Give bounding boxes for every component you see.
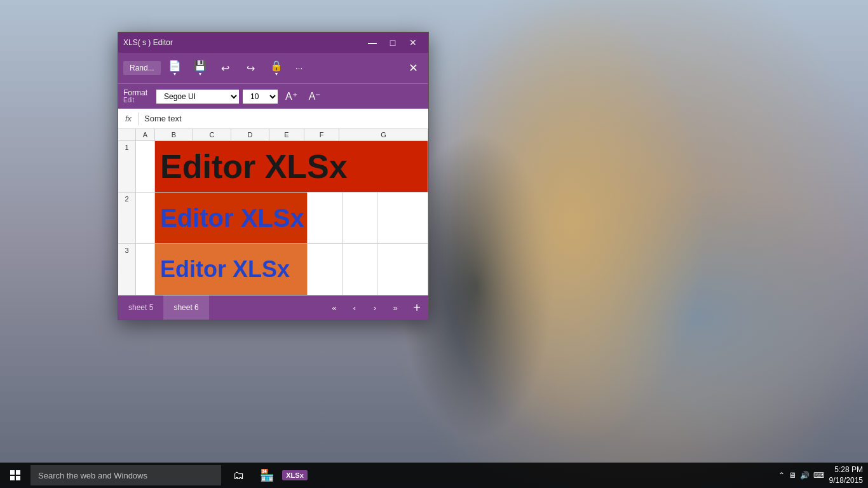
cell-1-b-to-g[interactable]: Editor XLSx [155,141,428,192]
cell-3-e[interactable] [308,244,342,295]
row-num-3: 3 [118,244,136,295]
keyboard-icon: ⌨ [813,471,824,480]
format-label: Format [123,89,147,97]
cell-3-a[interactable] [136,244,155,295]
row-num-1: 1 [118,141,136,192]
font-size-select[interactable]: 10 [243,90,278,104]
col-header-c[interactable]: C [193,129,231,140]
table-row: 1 Editor XLSx [118,141,428,193]
save-icon: 💾 [194,60,207,72]
cell-3-b-to-d[interactable]: Editor XLSx [155,244,308,295]
cell-2-g[interactable] [377,193,428,243]
row-num-2: 2 [118,193,136,243]
system-tray: ⌃ 🖥 🔊 ⌨ [778,471,824,480]
store-icon[interactable]: 🏪 [254,463,280,488]
font-grow-button[interactable]: A⁺ [281,89,301,104]
windows-icon [10,470,20,480]
save-button[interactable]: 💾 ▾ [189,57,212,79]
format-bar: Format Edit Segoe UI 10 A⁺ A⁻ [118,83,428,109]
formula-bar: fx [118,109,428,129]
network-icon: 🖥 [789,471,796,480]
sheet-navigation: « ‹ › » + [324,295,428,320]
column-headers: A B C D E F G [118,129,428,141]
file-explorer-icon[interactable]: 🗂 [226,463,252,488]
sheet-nav-first[interactable]: « [324,295,344,320]
maximize-button[interactable]: □ [383,32,403,53]
rand-button[interactable]: Rand... [123,61,161,75]
start-button[interactable] [0,463,31,488]
title-bar: XLS( s ) Editor — □ ✕ [118,32,428,53]
redo-icon: ↪ [247,62,255,74]
row-num-header [118,129,136,140]
cell-2-f[interactable] [342,193,377,243]
new-file-chevron: ▾ [173,72,176,77]
sheet-tab-bar: sheet 5 sheet 6 « ‹ › » + [118,295,428,320]
col-header-d[interactable]: D [231,129,269,140]
formula-separator [139,112,139,125]
cell-1-a[interactable] [136,141,155,192]
col-header-e[interactable]: E [269,129,304,140]
protect-icon: 🔒 [270,60,283,72]
xls-editor-window: XLS( s ) Editor — □ ✕ Rand... 📄 ▾ 💾 ▾ ↩ … [118,32,429,320]
taskbar: 🗂 🏪 XLSx ⌃ 🖥 🔊 ⌨ 5:28 PM 9/18/2015 [0,463,868,488]
table-row: 3 Editor XLSx [118,244,428,295]
toolbar: Rand... 📄 ▾ 💾 ▾ ↩ ↪ 🔒 ▾ ··· ✕ [118,53,428,83]
redo-button[interactable]: ↪ [240,57,262,79]
undo-icon: ↩ [221,62,229,74]
col-header-f[interactable]: F [304,129,339,140]
volume-icon: 🔊 [800,471,810,480]
format-section-label: Format Edit [123,89,147,104]
sheet-add-button[interactable]: + [405,295,428,320]
more-options-button[interactable]: ··· [290,60,308,76]
editor-text-row2: Editor XLSx [160,204,304,233]
protect-chevron: ▾ [275,72,278,77]
editor-text-row1: Editor XLSx [160,147,348,186]
cell-3-g[interactable] [377,244,428,295]
xlxs-label: XLSx [282,470,308,480]
sheet-nav-next[interactable]: › [365,295,385,320]
spreadsheet-grid: A B C D E F G 1 Editor XLSx 2 Editor XLS… [118,129,428,295]
table-row: 2 Editor XLSx [118,193,428,244]
protect-button[interactable]: 🔒 ▾ [265,57,288,79]
col-header-g[interactable]: G [339,129,428,140]
sheet-tab-5[interactable]: sheet 5 [118,295,163,320]
col-header-b[interactable]: B [155,129,193,140]
taskbar-right: ⌃ 🖥 🔊 ⌨ 5:28 PM 9/18/2015 [778,464,868,486]
sheet-tab-6[interactable]: sheet 6 [163,295,208,320]
edit-label: Edit [123,97,147,104]
clock-date: 9/18/2015 [829,475,863,486]
minimize-button[interactable]: — [362,32,383,53]
cell-3-f[interactable] [342,244,377,295]
xlxs-taskbar-icon[interactable]: XLSx [282,463,308,488]
col-header-a[interactable]: A [136,129,155,140]
close-button[interactable]: ✕ [403,32,423,53]
cell-2-a[interactable] [136,193,155,243]
toolbar-close-button[interactable]: ✕ [403,58,423,78]
chevron-up-icon[interactable]: ⌃ [778,471,785,480]
new-file-button[interactable]: 📄 ▾ [163,57,186,79]
window-title: XLS( s ) Editor [123,38,362,47]
fx-label: fx [118,114,139,123]
undo-button[interactable]: ↩ [214,57,237,79]
clock-time: 5:28 PM [829,464,863,475]
title-controls: — □ ✕ [362,32,423,53]
taskbar-clock[interactable]: 5:28 PM 9/18/2015 [829,464,863,486]
cell-2-e[interactable] [308,193,342,243]
formula-input[interactable] [144,114,428,123]
save-chevron: ▾ [199,72,201,77]
taskbar-search-input[interactable] [31,465,221,485]
taskbar-icons: 🗂 🏪 XLSx [226,463,308,488]
sheet-nav-prev[interactable]: ‹ [344,295,365,320]
sheet-nav-last[interactable]: » [385,295,405,320]
font-shrink-button[interactable]: A⁻ [305,89,325,104]
new-file-icon: 📄 [168,60,181,72]
editor-text-row3: Editor XLSx [160,256,290,283]
cell-2-b-to-d[interactable]: Editor XLSx [155,193,308,243]
font-family-select[interactable]: Segoe UI [156,90,239,104]
